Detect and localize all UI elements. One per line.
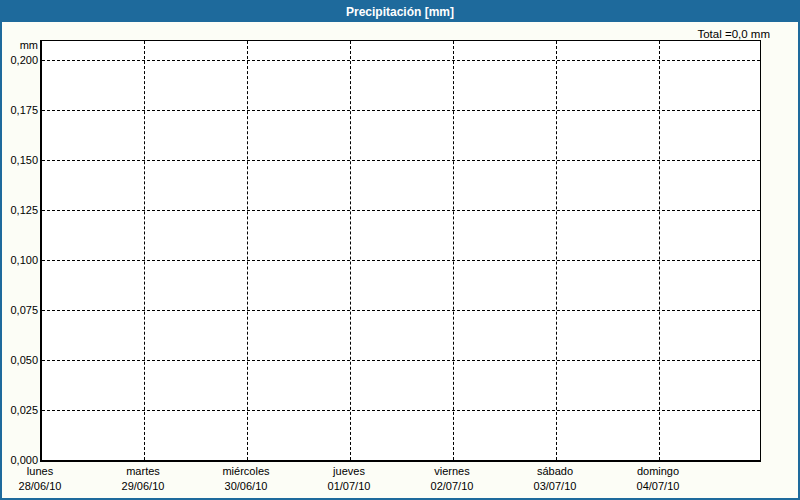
h-gridline (42, 160, 760, 161)
h-gridline (42, 310, 760, 311)
x-date-label: 28/06/10 (0, 480, 91, 493)
y-axis-unit-label: mm (2, 39, 38, 51)
v-gridline (659, 41, 660, 460)
h-gridline (42, 260, 760, 261)
x-day-label: miércoles (195, 465, 297, 478)
total-label: Total =0,0 mm (697, 28, 770, 40)
h-gridline (42, 410, 760, 411)
h-gridline (42, 210, 760, 211)
x-date-label: 29/06/10 (92, 480, 194, 493)
x-day-label: domingo (607, 465, 709, 478)
x-date-label: 02/07/10 (401, 480, 503, 493)
v-gridline (144, 41, 145, 460)
x-date-label: 03/07/10 (504, 480, 606, 493)
y-tick-label: 0,200 (2, 54, 38, 67)
x-date-label: 04/07/10 (607, 480, 709, 493)
x-day-label: lunes (0, 465, 91, 478)
x-day-label: martes (92, 465, 194, 478)
h-gridline (42, 360, 760, 361)
x-day-label: jueves (298, 465, 400, 478)
v-gridline (247, 41, 248, 460)
chart-title: Precipitación [mm] (346, 5, 454, 19)
y-tick-label: 0,075 (2, 304, 38, 317)
y-tick-label: 0,100 (2, 254, 38, 267)
x-day-label: viernes (401, 465, 503, 478)
x-date-label: 01/07/10 (298, 480, 400, 493)
x-date-label: 30/06/10 (195, 480, 297, 493)
v-gridline (350, 41, 351, 460)
precipitation-chart-window: Precipitación [mm] Total =0,0 mm mm 0,20… (0, 0, 800, 500)
y-tick-label: 0,150 (2, 154, 38, 167)
chart-title-bar: Precipitación [mm] (2, 2, 798, 22)
plot-area (40, 40, 761, 462)
y-tick-label: 0,125 (2, 204, 38, 217)
v-gridline (453, 41, 454, 460)
x-day-label: sábado (504, 465, 606, 478)
h-gridline (42, 60, 760, 61)
y-tick-label: 0,025 (2, 404, 38, 417)
y-tick-label: 0,050 (2, 354, 38, 367)
v-gridline (556, 41, 557, 460)
y-tick-label: 0,175 (2, 104, 38, 117)
h-gridline (42, 110, 760, 111)
